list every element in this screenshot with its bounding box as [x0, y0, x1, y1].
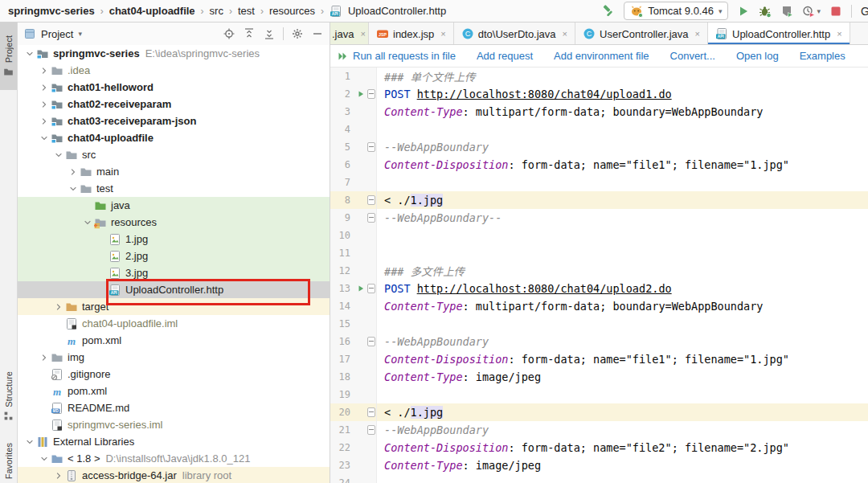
- run-request-icon[interactable]: [354, 85, 366, 103]
- fold-marker[interactable]: [366, 280, 377, 297]
- tab-close-icon[interactable]: ×: [695, 29, 700, 39]
- code-line[interactable]: 24: [330, 474, 868, 483]
- chevron-down-icon[interactable]: ▾: [78, 30, 82, 38]
- chevron-right-icon[interactable]: [66, 167, 80, 177]
- chevron-down-icon[interactable]: [66, 184, 80, 194]
- tree-row[interactable]: resources: [18, 214, 330, 231]
- tree-row[interactable]: APIUploadController.http: [18, 281, 330, 298]
- run-all-requests-button[interactable]: Run all requests in file: [336, 50, 456, 63]
- editor-tab[interactable]: .java×: [330, 23, 369, 45]
- tree-row[interactable]: java: [18, 197, 330, 214]
- fold-marker[interactable]: [366, 403, 377, 421]
- code-line[interactable]: 4: [330, 121, 868, 138]
- tree-row[interactable]: mpom.xml: [18, 332, 330, 349]
- hide-panel-icon[interactable]: [311, 27, 324, 40]
- code-line[interactable]: 11: [330, 244, 868, 262]
- toolbar-link-convert[interactable]: Convert...: [670, 50, 715, 62]
- code-line[interactable]: 23Content-Type: image/jpeg: [330, 456, 868, 474]
- run-config-selector[interactable]: Tomcat 9.0.46 ▾: [624, 2, 728, 20]
- tree-row[interactable]: mpom.xml: [18, 383, 330, 399]
- code-line[interactable]: 5--WebAppBoundary: [330, 138, 868, 156]
- stop-icon[interactable]: [829, 5, 842, 18]
- chevron-right-icon[interactable]: [37, 353, 51, 362]
- chevron-down-icon[interactable]: [23, 49, 36, 59]
- tab-close-icon[interactable]: ×: [837, 29, 841, 39]
- tool-button-favorites[interactable]: Favorites: [0, 439, 17, 483]
- code-line[interactable]: 18Content-Type: image/jpeg: [330, 368, 868, 386]
- tool-button-structure[interactable]: Structure: [0, 362, 17, 430]
- code-line[interactable]: 21--WebAppBoundary: [330, 421, 868, 439]
- tree-row[interactable]: test: [18, 180, 330, 197]
- code-line[interactable]: 1### 单个文件上传: [330, 68, 868, 85]
- tab-close-icon[interactable]: ×: [563, 29, 567, 39]
- toolbar-link-add-request[interactable]: Add request: [477, 50, 533, 62]
- tree-row[interactable]: .gitignore: [18, 366, 330, 383]
- fold-marker[interactable]: [366, 138, 377, 156]
- tool-button-project[interactable]: Project: [0, 23, 17, 90]
- toolbar-link-add-environment-file[interactable]: Add environment file: [554, 50, 649, 62]
- collapse-all-icon[interactable]: [263, 27, 276, 40]
- run-icon[interactable]: [737, 5, 750, 18]
- editor-tab[interactable]: APIUploadController.http×: [708, 23, 850, 45]
- code-editor[interactable]: 1### 单个文件上传2POST http://localhost:8080/c…: [330, 68, 868, 483]
- tree-row[interactable]: springmvc-series.iml: [18, 416, 330, 433]
- code-line[interactable]: 22Content-Disposition: form-data; name="…: [330, 439, 868, 456]
- code-line[interactable]: 17Content-Disposition: form-data; name="…: [330, 350, 868, 368]
- fold-marker[interactable]: [366, 209, 377, 227]
- tree-row[interactable]: External Libraries: [18, 433, 330, 450]
- settings-gear-icon[interactable]: [291, 27, 304, 40]
- tree-row[interactable]: src: [18, 146, 330, 163]
- code-line[interactable]: 20< ./1.jpg: [330, 403, 868, 421]
- chevron-down-icon[interactable]: [51, 150, 65, 160]
- fold-marker[interactable]: [366, 421, 377, 439]
- toolbar-link-open-log[interactable]: Open log: [736, 50, 779, 62]
- chevron-right-icon[interactable]: [37, 66, 51, 76]
- code-line[interactable]: 7: [330, 174, 868, 191]
- fold-marker[interactable]: [366, 85, 377, 103]
- tree-row[interactable]: chat04-uploadfile.iml: [18, 315, 330, 332]
- tree-row[interactable]: chat03-receiveparam-json: [18, 113, 330, 129]
- breadcrumb-item[interactable]: chat04-uploadfile: [109, 5, 195, 17]
- tree-row[interactable]: 2.jpg: [18, 248, 330, 264]
- tree-row[interactable]: chat02-receiveparam: [18, 96, 330, 113]
- breadcrumb-item[interactable]: UploadController.http: [348, 5, 446, 17]
- fold-marker[interactable]: [366, 333, 377, 350]
- tree-row[interactable]: img: [18, 349, 330, 366]
- breadcrumb-item[interactable]: test: [238, 5, 255, 17]
- code-line[interactable]: 6Content-Disposition: form-data; name="f…: [330, 156, 868, 174]
- tree-row[interactable]: MDREADME.md: [18, 399, 330, 416]
- chevron-right-icon[interactable]: [37, 83, 51, 92]
- tab-close-icon[interactable]: ×: [360, 29, 365, 39]
- code-line[interactable]: 2POST http://localhost:8080/chat04/uploa…: [330, 85, 868, 103]
- chevron-right-icon[interactable]: [51, 471, 65, 481]
- tree-row[interactable]: target: [18, 298, 330, 315]
- code-line[interactable]: 16--WebAppBoundary: [330, 333, 868, 350]
- code-line[interactable]: 8< ./1.jpg: [330, 191, 868, 209]
- code-line[interactable]: 12### 多文件上传: [330, 262, 868, 280]
- tree-row[interactable]: .idea: [18, 62, 330, 79]
- tree-row[interactable]: chat01-helloword: [18, 79, 330, 96]
- run-with-coverage-icon[interactable]: [780, 5, 793, 18]
- editor-tab[interactable]: CUserController.java×: [575, 23, 708, 45]
- editor-tab[interactable]: Cdto\UserDto.java×: [454, 23, 575, 45]
- code-line[interactable]: 10: [330, 227, 868, 244]
- chevron-down-icon[interactable]: [37, 454, 51, 464]
- tree-row[interactable]: 1.jpg: [18, 231, 330, 248]
- chevron-down-icon[interactable]: [37, 133, 51, 143]
- chevron-right-icon[interactable]: [37, 117, 51, 126]
- code-line[interactable]: 13POST http://localhost:8080/chat04/uplo…: [330, 280, 868, 297]
- profiler-button[interactable]: ▾: [802, 5, 821, 18]
- breadcrumb-item[interactable]: resources: [269, 5, 315, 17]
- tree-row[interactable]: springmvc-seriesE:\idea\springmvc-series: [18, 45, 330, 62]
- tab-close-icon[interactable]: ×: [440, 29, 445, 39]
- code-line[interactable]: 9--WebAppBoundary--: [330, 209, 868, 227]
- chevron-right-icon[interactable]: [37, 100, 51, 109]
- breadcrumb-item[interactable]: src: [210, 5, 223, 17]
- tree-row[interactable]: main: [18, 163, 330, 180]
- tree-row[interactable]: 3.jpg: [18, 264, 330, 281]
- tree-row[interactable]: access-bridge-64.jarlibrary root: [18, 467, 330, 483]
- expand-all-icon[interactable]: [243, 27, 256, 40]
- code-line[interactable]: 15: [330, 315, 868, 333]
- toolbar-link-examples[interactable]: Examples: [800, 50, 845, 62]
- code-line[interactable]: 3Content-Type: multipart/form-data; boun…: [330, 103, 868, 121]
